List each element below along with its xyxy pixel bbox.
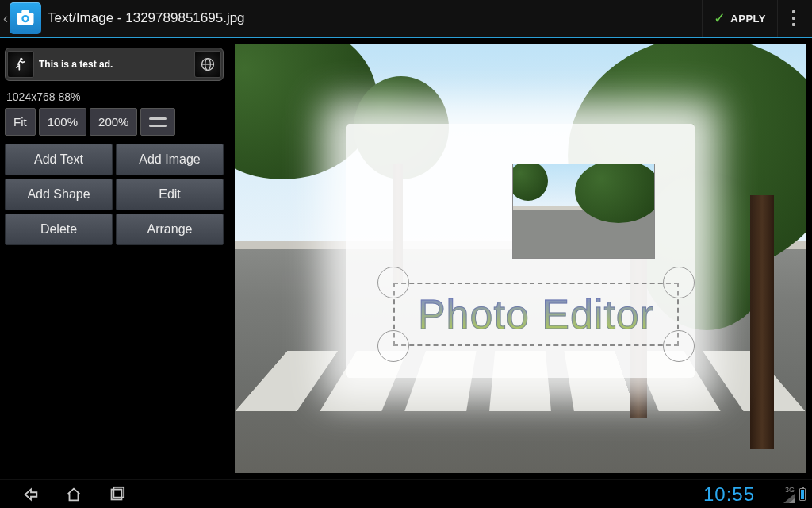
status-clock: 10:55	[703, 480, 755, 508]
ad-banner[interactable]: This is a test ad.	[5, 48, 224, 81]
network-type-label: 3G	[785, 487, 795, 494]
zoom-200-button[interactable]: 200%	[90, 108, 137, 136]
resize-handle-top-right[interactable]	[663, 267, 695, 298]
zoom-fit-button[interactable]: Fit	[5, 108, 36, 136]
sidebar: This is a test ad. 1024x768 88% Fit 100%…	[0, 38, 228, 479]
status-icons: 3G	[783, 480, 806, 508]
resize-handle-bottom-left[interactable]	[377, 330, 409, 362]
overflow-menu-button[interactable]	[777, 0, 809, 37]
edit-button[interactable]: Edit	[116, 179, 224, 210]
exit-run-icon	[7, 51, 34, 78]
canvas-area[interactable]: Photo Editor	[228, 38, 812, 479]
check-icon: ✓	[714, 10, 726, 27]
signal-icon	[783, 494, 795, 503]
action-bar: ‹ Text/Image - 1329789851695.jpg ✓ APPLY	[0, 0, 812, 38]
zoom-settings-button[interactable]	[140, 108, 175, 136]
zoom-100-button[interactable]: 100%	[39, 108, 86, 136]
nav-back-button[interactable]	[10, 480, 52, 509]
zoom-controls: Fit 100% 200%	[5, 108, 224, 136]
tool-buttons: Add Text Add Image Add Shape Edit Delete…	[5, 144, 224, 245]
arrange-button[interactable]: Arrange	[116, 214, 224, 245]
apply-label: APPLY	[730, 13, 766, 25]
svg-point-2	[24, 17, 28, 21]
sliders-icon	[149, 117, 167, 128]
back-button[interactable]: ‹ Text/Image - 1329789851695.jpg	[0, 0, 251, 37]
nav-recent-button[interactable]	[95, 480, 138, 509]
add-text-button[interactable]: Add Text	[5, 144, 113, 175]
chevron-left-icon: ‹	[3, 10, 8, 27]
more-vertical-icon	[792, 10, 795, 26]
resize-handle-bottom-right[interactable]	[663, 330, 695, 362]
selection-bounds	[393, 283, 679, 346]
svg-point-4	[20, 58, 22, 60]
text-object-selected[interactable]: Photo Editor	[393, 283, 679, 346]
app-icon	[10, 2, 41, 34]
globe-icon	[194, 51, 221, 78]
ad-text: This is a test ad.	[39, 59, 190, 70]
apply-button[interactable]: ✓ APPLY	[702, 0, 777, 37]
add-shape-button[interactable]: Add Shape	[5, 179, 113, 210]
inserted-image-object[interactable]	[512, 164, 655, 259]
image-info: 1024x768 88%	[6, 90, 222, 103]
nav-home-button[interactable]	[52, 480, 95, 509]
add-image-button[interactable]: Add Image	[116, 144, 224, 175]
svg-rect-3	[21, 10, 29, 14]
system-nav-bar: 10:55 3G	[0, 479, 812, 508]
resize-handle-top-left[interactable]	[377, 267, 409, 298]
battery-icon	[799, 488, 806, 501]
page-title: Text/Image - 1329789851695.jpg	[48, 10, 245, 26]
delete-button[interactable]: Delete	[5, 214, 113, 245]
photo-canvas[interactable]: Photo Editor	[235, 44, 806, 473]
